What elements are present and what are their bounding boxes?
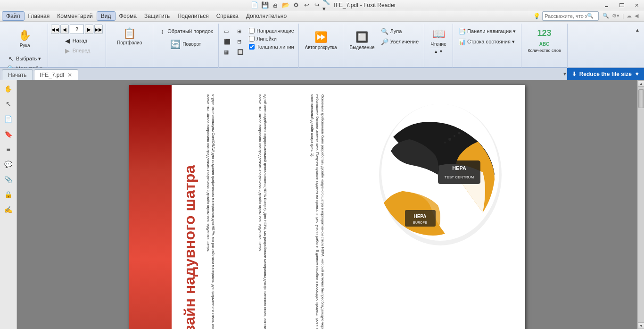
panels-nav-btn[interactable]: 📑 Панели навигации ▾	[456, 26, 518, 36]
svg-rect-2	[438, 160, 480, 184]
svg-point-8	[444, 142, 446, 143]
menu-protect[interactable]: Защитить	[140, 11, 173, 21]
menu-file[interactable]: Файл	[2, 11, 25, 21]
menu-comment[interactable]: Комментарий	[53, 11, 97, 21]
tool-attachment[interactable]: 📎	[2, 173, 15, 186]
tool-sign[interactable]: ✍	[2, 203, 15, 216]
page-view-4-btn[interactable]: ⊞	[235, 26, 246, 36]
help-search-input[interactable]	[545, 13, 587, 19]
menu-help[interactable]: Справка	[213, 11, 242, 21]
reduce-icon: ⬇	[572, 71, 577, 77]
app-icon: 📄	[250, 1, 259, 9]
status-bar-label: Строка состояния ▾	[467, 39, 515, 45]
selection-label: Выделение	[349, 45, 374, 50]
pdf-col-3: Основным требованием было разработать ди…	[309, 94, 355, 329]
tab-start[interactable]: Начать	[2, 69, 33, 80]
ribbon-collapse-btn[interactable]: ▲	[633, 25, 642, 34]
back-label: Назад	[73, 38, 88, 43]
reduce-file-size-banner[interactable]: ⬇ Reduce the file size ✦	[567, 68, 644, 80]
loupe-btn[interactable]: 🔍 Лупа	[379, 26, 421, 36]
scroll-thumb[interactable]	[638, 89, 644, 108]
redo-btn[interactable]: ↪	[312, 1, 322, 9]
tool-layers[interactable]: ≡	[2, 143, 15, 156]
page-view-6-btn[interactable]: 🔲	[235, 47, 246, 57]
menu-share[interactable]: Поделиться	[173, 11, 212, 21]
tool-comments[interactable]: 💬	[2, 158, 15, 171]
reduce-text: Reduce the file size	[579, 71, 632, 77]
selection-icon: 🔲	[355, 31, 368, 43]
minimize-btn[interactable]: 🗕	[599, 0, 614, 10]
window-controls: 🗕 🗖 ✕	[599, 0, 644, 10]
tool-select[interactable]: ↖	[2, 97, 15, 110]
close-btn[interactable]: ✕	[629, 0, 644, 10]
tool-pages[interactable]: 📄	[2, 112, 15, 126]
reverse-order-btn[interactable]: ↕ Обратный порядок	[156, 26, 215, 36]
menu-extra[interactable]: Дополнительно	[242, 11, 290, 21]
menu-bar: Файл Главная Комментарий Вид Форма Защит…	[0, 10, 644, 22]
status-bar-btn[interactable]: 📊 Строка состояния ▾	[456, 37, 518, 46]
rulers-label: Линейки	[256, 36, 277, 42]
print-btn[interactable]: 🖨	[271, 1, 280, 9]
settings-icon[interactable]: ⚙	[291, 1, 301, 9]
guides-checkbox[interactable]: Направляющие	[248, 27, 295, 34]
last-page-btn[interactable]: ▶▶	[94, 25, 103, 34]
rotate-btn[interactable]: 🔄 Поворот	[156, 37, 215, 51]
open-btn[interactable]: 📂	[281, 1, 290, 9]
docview-btn[interactable]: 📋 Портфолио	[113, 25, 146, 48]
reverse-icon: ↕	[158, 27, 166, 35]
svg-point-7	[458, 132, 461, 135]
pdf-col-2: одной сети содействия оздоровительной де…	[257, 94, 304, 329]
first-page-btn[interactable]: ◀◀	[51, 25, 59, 34]
scroll-track[interactable]	[638, 87, 644, 322]
guides-label: Направляющие	[256, 28, 294, 34]
menu-view[interactable]: Вид	[97, 11, 116, 21]
zoom-in-label: Увеличение	[390, 39, 419, 44]
quick-access-toolbar: 📄 💾 🖨 📂 ⚙ ↩ ↪ 🔧▾	[248, 1, 334, 9]
selection-btn[interactable]: 🔲 Выделение	[346, 26, 378, 55]
scroll-down-btn[interactable]: ▼	[638, 322, 644, 329]
page-view-3-btn[interactable]: ▦	[222, 47, 233, 57]
tab-pdf-label: IFE_7.pdf	[40, 72, 65, 78]
pdf-image-svg: HEPA TEST CENTRUM HEPA	[365, 99, 506, 250]
tool-lock[interactable]: 🔒	[2, 188, 15, 201]
window-title: IFE_7.pdf - Foxit Reader	[334, 2, 396, 8]
save-btn[interactable]: 💾	[260, 1, 270, 9]
wordcount-btn[interactable]: 123ABC Количество слов	[524, 26, 564, 55]
forward-icon: ▶	[64, 47, 71, 54]
page-view-1-btn[interactable]: ▭	[222, 26, 233, 36]
tool-bookmarks[interactable]: 🔖	[2, 127, 15, 141]
menu-home[interactable]: Главная	[25, 11, 54, 21]
forward-btn[interactable]: ▶ Вперед	[61, 46, 93, 55]
thickness-checkbox[interactable]: Толщина линии	[248, 43, 295, 50]
page-view-5-icon: ⊟	[237, 39, 241, 45]
back-icon: ◀	[64, 37, 71, 44]
reading-btn[interactable]: 📖 Чтение ▲▼	[427, 26, 450, 55]
reduce-action-icon: ✦	[635, 71, 639, 77]
menu-form[interactable]: Форма	[116, 11, 140, 21]
next-page-btn[interactable]: ▶	[85, 25, 93, 34]
thickness-label: Толщина линии	[256, 44, 294, 50]
tab-pdf[interactable]: IFE_7.pdf ✕	[34, 69, 78, 80]
tool-hand[interactable]: ✋	[2, 82, 15, 95]
page-view-5-btn[interactable]: ⊟	[235, 37, 246, 46]
zoom-in-btn[interactable]: 🔎 Увеличение	[379, 37, 421, 46]
autopan-btn[interactable]: ⏩ Автопрокрутка	[302, 26, 340, 55]
prev-page-btn[interactable]: ◀	[60, 25, 69, 34]
custom-btn[interactable]: 🔧▾	[322, 1, 332, 9]
restore-btn[interactable]: 🗖	[614, 0, 629, 10]
svg-text:HEPA: HEPA	[452, 165, 466, 171]
back-btn[interactable]: ◀ Назад	[61, 36, 93, 45]
page-view-1-icon: ▭	[224, 28, 229, 34]
rulers-checkbox[interactable]: Линейки	[248, 35, 295, 42]
page-view-3-icon: ▦	[224, 49, 229, 55]
page-number-input[interactable]	[70, 25, 84, 34]
select-btn[interactable]: ↖ Выбрать ▾	[5, 54, 45, 63]
tab-close-btn[interactable]: ✕	[67, 72, 72, 78]
hand-tool-btn[interactable]: ✋ Рука	[14, 25, 36, 53]
scroll-up-btn[interactable]: ▲	[638, 80, 644, 87]
help-search[interactable]: 🔍	[542, 11, 599, 21]
tab-start-label: Начать	[8, 72, 27, 78]
ribbon: ✋ Рука ↖ Выбрать ▾ 🔍 Масштаб ▾ Утилиты ◀…	[0, 22, 644, 68]
page-view-2-btn[interactable]: ⬛	[222, 37, 233, 46]
undo-btn[interactable]: ↩	[302, 1, 311, 9]
